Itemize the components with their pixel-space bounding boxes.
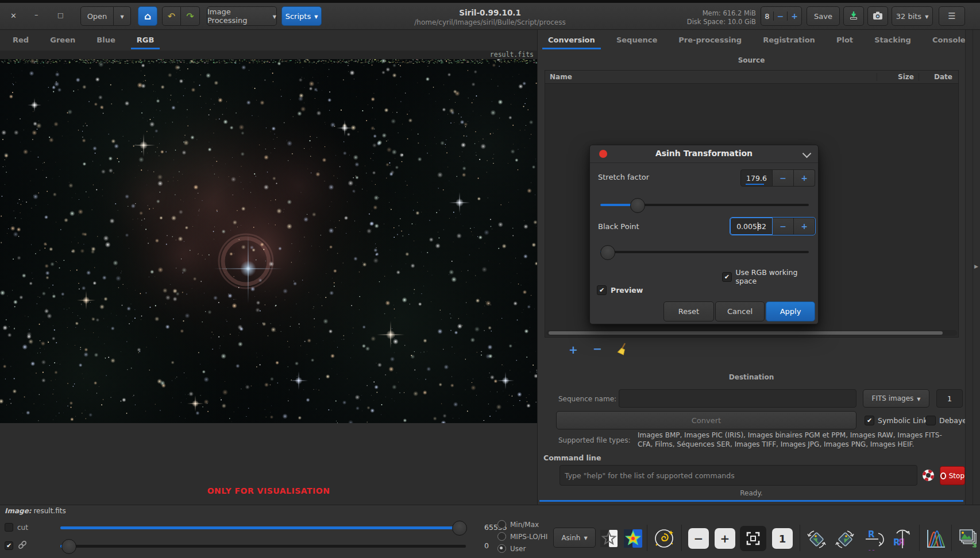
tab-preprocessing[interactable]: Pre-processing: [669, 30, 751, 49]
sequence-start-index[interactable]: 1: [936, 389, 963, 408]
tab-conversion[interactable]: Conversion: [539, 30, 604, 49]
window-minimize-button[interactable]: –: [34, 11, 38, 18]
command-help-button[interactable]: [921, 468, 935, 485]
black-point-slider-handle[interactable]: [600, 245, 615, 260]
cancel-button[interactable]: Cancel: [715, 301, 765, 321]
flip-vertical-button[interactable]: RR: [863, 527, 887, 551]
stop-button-label: Stop: [949, 472, 964, 480]
collapse-panel-arrow[interactable]: ▶: [974, 264, 978, 269]
radio-user[interactable]: User: [497, 544, 526, 553]
clear-list-button[interactable]: [617, 342, 630, 358]
image-processing-menu-button[interactable]: Image Processing ▼: [207, 6, 277, 26]
stretch-decrement-button[interactable]: −: [773, 169, 794, 187]
black-point-increment-button[interactable]: +: [794, 218, 815, 235]
column-date[interactable]: Date: [919, 73, 958, 81]
reset-button[interactable]: Reset: [663, 301, 714, 321]
stretch-increment-button[interactable]: +: [794, 169, 815, 187]
lo-level-slider[interactable]: [60, 539, 466, 553]
black-point-decrement-button[interactable]: −: [773, 218, 794, 235]
photometry-button[interactable]: [651, 526, 677, 551]
tab-green[interactable]: Green: [41, 30, 84, 49]
flip-horizontal-button[interactable]: RR: [890, 527, 915, 551]
bit-depth-dropdown[interactable]: 32 bits ▼: [892, 6, 933, 26]
zoom-decrement-button[interactable]: −: [773, 11, 788, 21]
star-mono-toggle[interactable]: [599, 528, 619, 549]
sequence-frames-button[interactable]: [955, 526, 980, 551]
sequence-name-input[interactable]: [619, 389, 856, 408]
black-point-entry[interactable]: 0.00582: [730, 218, 773, 235]
histogram-button[interactable]: [924, 527, 948, 551]
separator: [800, 525, 800, 551]
tab-plot[interactable]: Plot: [827, 30, 862, 49]
use-rgb-label: Use RGB working space: [736, 268, 819, 285]
add-files-button[interactable]: +: [569, 344, 578, 355]
save-as-button[interactable]: [843, 6, 864, 26]
cut-checkbox[interactable]: [5, 523, 13, 532]
zoom-increment-button[interactable]: +: [787, 11, 801, 21]
histogram-icon: [924, 528, 947, 551]
scripts-menu-button[interactable]: Scripts ▼: [281, 6, 322, 26]
symbolic-link-label: Symbolic Link: [878, 416, 927, 425]
save-button[interactable]: Save: [807, 6, 840, 26]
horizontal-scrollbar-thumb[interactable]: [549, 331, 943, 335]
link-levels-checkbox[interactable]: ✔: [5, 541, 13, 550]
zoom-value[interactable]: 8: [761, 12, 773, 21]
stretch-factor-slider[interactable]: [600, 198, 809, 212]
star-color-toggle[interactable]: [623, 528, 643, 549]
lo-slider-handle[interactable]: [61, 539, 76, 554]
tab-rgb[interactable]: RGB: [128, 30, 164, 49]
open-recent-dropdown[interactable]: ▼: [114, 6, 131, 26]
reset-button-label: Reset: [678, 307, 699, 316]
command-input[interactable]: [560, 465, 917, 486]
window-maximize-button[interactable]: □: [57, 11, 63, 19]
zoom-in-button[interactable]: +: [715, 528, 735, 549]
tab-blue[interactable]: Blue: [87, 30, 124, 49]
stretch-mode-dropdown[interactable]: Asinh ▼: [553, 528, 596, 548]
zoom-fit-button[interactable]: [740, 526, 766, 551]
hi-level-slider[interactable]: [60, 521, 466, 534]
stop-button[interactable]: Stop: [940, 466, 965, 485]
hi-slider-handle[interactable]: [452, 521, 467, 536]
zoom-out-button[interactable]: −: [688, 528, 709, 549]
snapshot-button[interactable]: [867, 6, 888, 26]
convert-button[interactable]: Convert: [556, 411, 856, 429]
rotate-cw-icon: [834, 528, 856, 551]
chevron-down-icon: ▼: [584, 536, 587, 541]
column-name[interactable]: Name: [545, 73, 877, 81]
hamburger-menu-button[interactable]: ☰: [939, 6, 965, 26]
progress-bar: [539, 500, 963, 502]
open-button[interactable]: Open: [80, 6, 114, 26]
window-close-button[interactable]: ✕: [10, 12, 17, 20]
rotate-cw-button[interactable]: [833, 527, 857, 551]
radio-mips[interactable]: MIPS-LO/HI: [497, 532, 547, 541]
source-section-title: Source: [538, 56, 965, 64]
stretch-slider-handle[interactable]: [630, 198, 645, 213]
debayer-checkbox[interactable]: Debayer: [926, 416, 970, 425]
tab-sequence[interactable]: Sequence: [607, 30, 666, 49]
undo-button[interactable]: ↶: [162, 6, 181, 26]
tab-registration-label: Registration: [763, 36, 815, 44]
output-format-dropdown[interactable]: FITS images ▼: [863, 389, 929, 408]
plus-icon: +: [720, 532, 730, 545]
svg-text:R: R: [868, 548, 875, 551]
preview-checkbox[interactable]: ✔ Preview: [597, 285, 643, 295]
bottom-bar: Image: result.fits cut 65535 ✔ 0 Min/Max: [0, 505, 980, 558]
stretch-factor-entry[interactable]: 179.6: [740, 169, 773, 187]
image-viewport[interactable]: [0, 59, 537, 423]
radio-minmax[interactable]: Min/Max: [497, 520, 539, 529]
rotate-ccw-button[interactable]: [804, 527, 828, 551]
tab-stacking[interactable]: Stacking: [865, 30, 920, 49]
apply-button[interactable]: Apply: [766, 301, 815, 321]
column-size[interactable]: Size: [877, 73, 919, 81]
dialog-header[interactable]: Asinh Transformation: [590, 145, 818, 163]
tab-registration[interactable]: Registration: [754, 30, 824, 49]
redo-button[interactable]: ↷: [181, 6, 200, 26]
home-button[interactable]: ⌂: [138, 6, 157, 26]
remove-files-button[interactable]: −: [593, 343, 602, 354]
zoom-one-button[interactable]: 1: [772, 528, 793, 549]
tab-red[interactable]: Red: [3, 30, 38, 49]
use-rgb-checkbox[interactable]: ✔ Use RGB working space: [722, 268, 818, 285]
star-color-icon: [623, 529, 643, 548]
black-point-slider[interactable]: [600, 245, 809, 259]
symbolic-link-checkbox[interactable]: ✔ Symbolic Link: [865, 416, 927, 425]
